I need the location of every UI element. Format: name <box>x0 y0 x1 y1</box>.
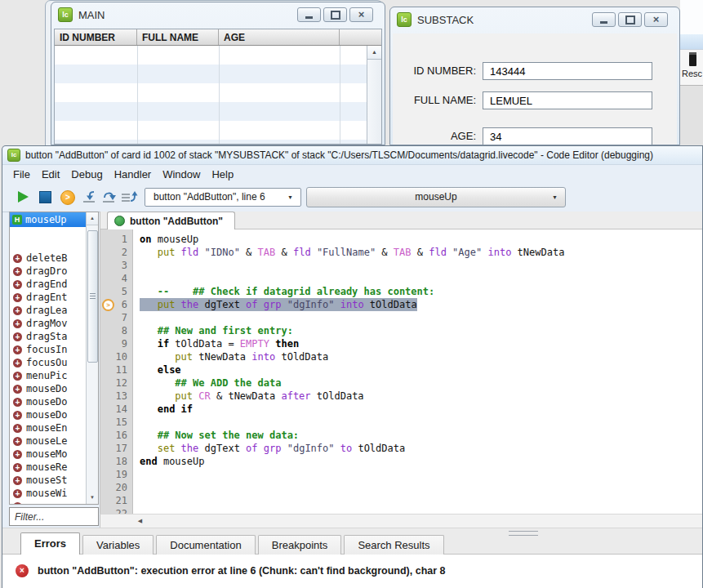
sidebar-item-mousere[interactable]: +mouseRe <box>10 461 86 474</box>
sidebar-item-dragsta[interactable]: +dragSta <box>10 330 86 343</box>
menu-edit[interactable]: Edit <box>36 168 65 180</box>
handler-dropdown[interactable]: mouseUp ▼ <box>306 187 566 207</box>
table-row[interactable] <box>55 65 367 83</box>
code-line-4[interactable] <box>140 272 702 285</box>
datagrid-scrollbar[interactable]: ▲ <box>367 46 381 144</box>
column-header-full-name[interactable]: FULL NAME <box>137 29 219 45</box>
code-line-7[interactable] <box>140 311 702 324</box>
table-row[interactable] <box>55 121 367 140</box>
code-line-1[interactable]: on mouseUp <box>140 233 702 246</box>
sidebar-item-mousedo[interactable]: +mouseDo <box>10 408 86 421</box>
sidebar-item-dragent[interactable]: +dragEnt <box>10 291 86 304</box>
splitter-grip[interactable] <box>509 531 538 536</box>
scroll-up-icon[interactable]: ▲ <box>367 46 381 60</box>
sidebar-item-mousele[interactable]: +mouseLe <box>10 434 86 448</box>
table-row[interactable] <box>55 102 367 121</box>
minimize-button[interactable] <box>592 12 616 27</box>
minimize-button[interactable] <box>297 7 321 22</box>
code-line-16[interactable]: ## Now set the new data: <box>140 429 702 442</box>
sidebar-item-mousemo[interactable]: +mouseMo <box>10 448 86 461</box>
code-line-14[interactable]: end if <box>140 403 702 416</box>
close-button[interactable]: × <box>349 7 373 22</box>
code-lines[interactable]: on mouseUp put fld "IDNo" & TAB & fld "F… <box>133 229 702 514</box>
code-line-3[interactable] <box>140 259 702 272</box>
code-line-19[interactable] <box>140 468 702 481</box>
sidebar-item-deleteb[interactable]: +deleteB <box>10 252 86 265</box>
field-input-fullname[interactable] <box>483 91 652 109</box>
handler-filter-input[interactable] <box>9 507 99 526</box>
sidebar-item-mousedo[interactable]: +mouseDo <box>10 395 86 408</box>
script-tab[interactable]: button "AddButton" <box>107 212 235 229</box>
menu-debug[interactable]: Debug <box>65 168 108 180</box>
code-line-18[interactable]: end mouseUp <box>140 455 702 468</box>
scrollbar-thumb[interactable] <box>87 230 98 363</box>
tab-search-results[interactable]: Search Results <box>344 535 443 555</box>
sidebar-item-partial[interactable]: + <box>10 500 86 505</box>
sidebar-item-dragend[interactable]: +dragEnd <box>10 278 86 291</box>
sidebar-item-focusin[interactable]: +focusIn <box>10 343 86 356</box>
code-horizontal-scrollbar[interactable]: ◀ <box>100 514 702 528</box>
column-header-spacer[interactable] <box>340 29 381 45</box>
code-line-2[interactable]: put fld "IDNo" & TAB & fld "FullName" & … <box>140 246 702 259</box>
substack-titlebar[interactable]: lc SUBSTACK × <box>390 7 679 32</box>
step-into-icon[interactable] <box>82 190 98 204</box>
code-line-6[interactable]: put the dgText of grp "dgInfo" into tOld… <box>140 298 702 311</box>
code-line-15[interactable] <box>140 416 702 429</box>
maximize-button[interactable] <box>323 7 347 22</box>
sidebar-item-mouseup[interactable]: H mouseUp <box>10 212 86 227</box>
main-titlebar[interactable]: lc MAIN × <box>51 2 385 27</box>
sidebar-item-mousest[interactable]: +mouseSt <box>10 474 86 487</box>
table-row[interactable] <box>55 83 367 102</box>
step-over-icon[interactable] <box>101 190 118 204</box>
menu-window[interactable]: Window <box>157 168 206 180</box>
code-line-13[interactable]: put CR & tNewData after tOldData <box>140 390 702 403</box>
code-line-5[interactable]: -- ## Check if datagrid already has cont… <box>140 285 702 298</box>
sidebar-item-mousedo[interactable]: +mouseDo <box>10 382 86 395</box>
menu-handler[interactable]: Handler <box>109 168 158 180</box>
code-line-22[interactable] <box>140 507 702 514</box>
tab-breakpoints[interactable]: Breakpoints <box>258 535 342 555</box>
step-out-icon[interactable] <box>121 190 138 204</box>
error-row[interactable]: × button "AddButton": execution error at… <box>2 555 702 577</box>
rescale-button-label[interactable]: Resc <box>682 69 702 78</box>
field-input-idnumber[interactable] <box>483 62 652 80</box>
editor-titlebar[interactable]: lc button "AddButton" of card id 1002 of… <box>2 146 702 165</box>
sidebar-item-mousewi[interactable]: +mouseWi <box>10 487 86 500</box>
code-line-12[interactable]: ## We ADD the data <box>140 376 702 390</box>
run-to-icon[interactable]: > <box>60 190 75 205</box>
rescale-icon[interactable] <box>689 52 696 66</box>
handler-list-scrollbar[interactable]: ▲ ▼ <box>86 212 98 504</box>
sidebar-item-focusou[interactable]: +focusOu <box>10 356 86 369</box>
code-line-11[interactable]: else <box>140 363 702 376</box>
code-line-20[interactable] <box>140 481 702 494</box>
tab-variables[interactable]: Variables <box>82 535 154 555</box>
sidebar-item-dragmov[interactable]: +dragMov <box>10 317 86 330</box>
scroll-left-icon[interactable]: ◀ <box>135 516 145 526</box>
field-input-age[interactable] <box>483 127 652 145</box>
tab-errors[interactable]: Errors <box>20 532 80 555</box>
sidebar-item-dragdro[interactable]: +dragDro <box>10 265 86 278</box>
scroll-down-icon[interactable]: ▼ <box>87 492 98 504</box>
script-editor[interactable]: 123456>78910111213141516171819202122 on … <box>100 229 702 514</box>
close-button[interactable]: × <box>644 12 668 27</box>
stop-icon[interactable] <box>39 191 51 203</box>
tab-documentation[interactable]: Documentation <box>156 535 255 555</box>
code-line-9[interactable]: if tOldData = EMPTY then <box>140 337 702 350</box>
scroll-up-icon[interactable]: ▲ <box>87 212 98 225</box>
table-row[interactable] <box>55 140 367 144</box>
execution-context-dropdown[interactable]: button "AddButton", line 6 ▼ <box>145 188 301 207</box>
sidebar-item-menupic[interactable]: +menuPic <box>10 369 86 382</box>
code-line-21[interactable] <box>140 494 702 507</box>
code-line-17[interactable]: set the dgText of grp "dgInfo" to tOldDa… <box>140 442 702 455</box>
code-line-10[interactable]: put tNewData into tOldData <box>140 350 702 363</box>
menu-file[interactable]: File <box>7 168 36 180</box>
run-icon[interactable] <box>18 191 29 203</box>
code-line-8[interactable]: ## New and first entry: <box>140 324 702 337</box>
sidebar-item-draglea[interactable]: +dragLea <box>10 304 86 317</box>
sidebar-item-mouseen[interactable]: +mouseEn <box>10 421 86 434</box>
table-row[interactable] <box>55 46 367 65</box>
maximize-button[interactable] <box>618 12 642 27</box>
column-header-id-number[interactable]: ID NUMBER <box>55 29 137 45</box>
menu-help[interactable]: Help <box>206 168 239 180</box>
column-header-age[interactable]: AGE <box>219 29 340 45</box>
